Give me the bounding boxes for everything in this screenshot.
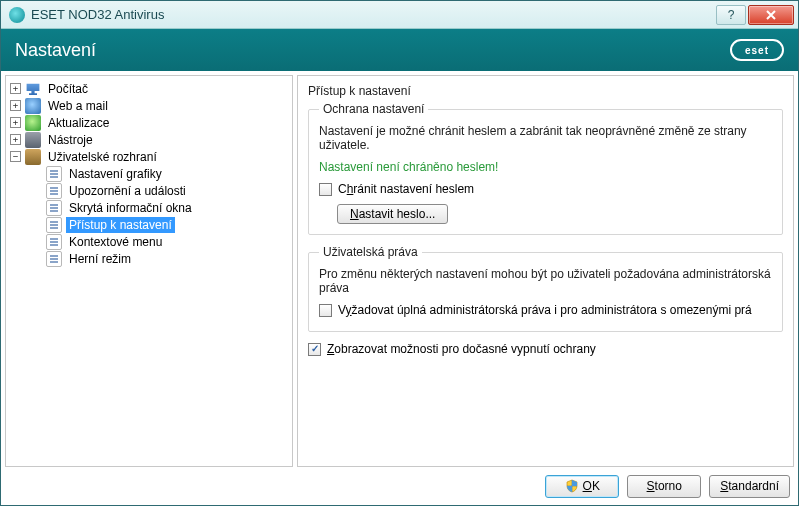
expand-icon[interactable]: + bbox=[10, 83, 21, 94]
tree-item-tools[interactable]: + Nástroje bbox=[8, 131, 290, 148]
expand-icon[interactable]: + bbox=[10, 134, 21, 145]
status-not-protected: Nastavení není chráněno heslem! bbox=[319, 160, 772, 174]
tree-label: Počítač bbox=[45, 81, 91, 97]
header-title: Nastavení bbox=[15, 40, 96, 61]
group-desc: Pro změnu některých nastavení mohou být … bbox=[319, 267, 772, 295]
expand-icon[interactable]: + bbox=[10, 117, 21, 128]
shield-icon bbox=[565, 479, 579, 493]
tree-item-hidden[interactable]: Skrytá informační okna bbox=[8, 199, 290, 216]
page-icon bbox=[46, 234, 62, 250]
checkbox-label: Chránit nastavení heslem bbox=[338, 182, 474, 196]
footer: OK Storno Standardní bbox=[1, 471, 798, 505]
titlebar-buttons: ? bbox=[716, 5, 794, 25]
tree-label: Herní režim bbox=[66, 251, 134, 267]
tree-item-graphics[interactable]: Nastavení grafiky bbox=[8, 165, 290, 182]
cancel-button[interactable]: Storno bbox=[627, 475, 701, 498]
header-band: Nastavení eset bbox=[1, 29, 798, 71]
checkbox-icon bbox=[319, 304, 332, 317]
tree-label: Nástroje bbox=[45, 132, 96, 148]
tree-item-context[interactable]: Kontextové menu bbox=[8, 233, 290, 250]
tree-item-computer[interactable]: + Počítač bbox=[8, 80, 290, 97]
checkbox-label: Vyžadovat úplná administrátorská práva i… bbox=[338, 303, 752, 317]
default-button[interactable]: Standardní bbox=[709, 475, 790, 498]
checkbox-show-disable-options[interactable]: Zobrazovat možnosti pro dočasné vypnutí … bbox=[308, 342, 783, 356]
page-title: Přístup k nastavení bbox=[308, 84, 783, 98]
app-icon bbox=[9, 7, 25, 23]
page-icon bbox=[46, 217, 62, 233]
help-button[interactable]: ? bbox=[716, 5, 746, 25]
titlebar: ESET NOD32 Antivirus ? bbox=[1, 1, 798, 29]
tree-pane[interactable]: + Počítač + Web a mail + Aktualizace + bbox=[5, 75, 293, 467]
body: + Počítač + Web a mail + Aktualizace + bbox=[1, 71, 798, 505]
content-pane: Přístup k nastavení Ochrana nastavení Na… bbox=[297, 75, 794, 467]
group-protect-settings: Ochrana nastavení Nastavení je možné chr… bbox=[308, 102, 783, 235]
checkbox-require-admin[interactable]: Vyžadovat úplná administrátorská práva i… bbox=[319, 303, 772, 317]
tree-item-update[interactable]: + Aktualizace bbox=[8, 114, 290, 131]
set-password-button[interactable]: Nastavit heslo... bbox=[337, 204, 448, 224]
close-button[interactable] bbox=[748, 5, 794, 25]
computer-icon bbox=[25, 81, 41, 97]
tree-label: Skrytá informační okna bbox=[66, 200, 195, 216]
tree-item-gamer[interactable]: Herní režim bbox=[8, 250, 290, 267]
ok-button[interactable]: OK bbox=[545, 475, 619, 498]
tree-item-access[interactable]: Přístup k nastavení bbox=[8, 216, 290, 233]
checkbox-label: Zobrazovat možnosti pro dočasné vypnutí … bbox=[327, 342, 596, 356]
tree-label: Uživatelské rozhraní bbox=[45, 149, 160, 165]
tree-item-alerts[interactable]: Upozornění a události bbox=[8, 182, 290, 199]
page-icon bbox=[46, 166, 62, 182]
page-icon bbox=[46, 200, 62, 216]
page-icon bbox=[46, 183, 62, 199]
tree-item-web[interactable]: + Web a mail bbox=[8, 97, 290, 114]
group-legend: Ochrana nastavení bbox=[319, 102, 428, 116]
tree-label: Aktualizace bbox=[45, 115, 112, 131]
tools-icon bbox=[25, 132, 41, 148]
tree-item-ui[interactable]: − Uživatelské rozhraní bbox=[8, 148, 290, 165]
tree-label: Kontextové menu bbox=[66, 234, 165, 250]
page-icon bbox=[46, 251, 62, 267]
tree-label-selected: Přístup k nastavení bbox=[66, 217, 175, 233]
button-label: OK bbox=[583, 479, 600, 493]
ui-icon bbox=[25, 149, 41, 165]
button-label: Storno bbox=[647, 479, 682, 493]
eset-logo: eset bbox=[730, 39, 784, 61]
checkbox-protect-password[interactable]: Chránit nastavení heslem bbox=[319, 182, 772, 196]
checkbox-icon bbox=[319, 183, 332, 196]
checkbox-checked-icon bbox=[308, 343, 321, 356]
button-label: Standardní bbox=[720, 479, 779, 493]
update-icon bbox=[25, 115, 41, 131]
group-legend: Uživatelská práva bbox=[319, 245, 422, 259]
tree-label: Nastavení grafiky bbox=[66, 166, 165, 182]
globe-icon bbox=[25, 98, 41, 114]
window: ESET NOD32 Antivirus ? Nastavení eset + … bbox=[0, 0, 799, 506]
panes: + Počítač + Web a mail + Aktualizace + bbox=[1, 71, 798, 471]
tree-label: Web a mail bbox=[45, 98, 111, 114]
window-title: ESET NOD32 Antivirus bbox=[31, 7, 716, 22]
group-user-rights: Uživatelská práva Pro změnu některých na… bbox=[308, 245, 783, 332]
collapse-icon[interactable]: − bbox=[10, 151, 21, 162]
tree-label: Upozornění a události bbox=[66, 183, 189, 199]
expand-icon[interactable]: + bbox=[10, 100, 21, 111]
group-desc: Nastavení je možné chránit heslem a zabr… bbox=[319, 124, 772, 152]
